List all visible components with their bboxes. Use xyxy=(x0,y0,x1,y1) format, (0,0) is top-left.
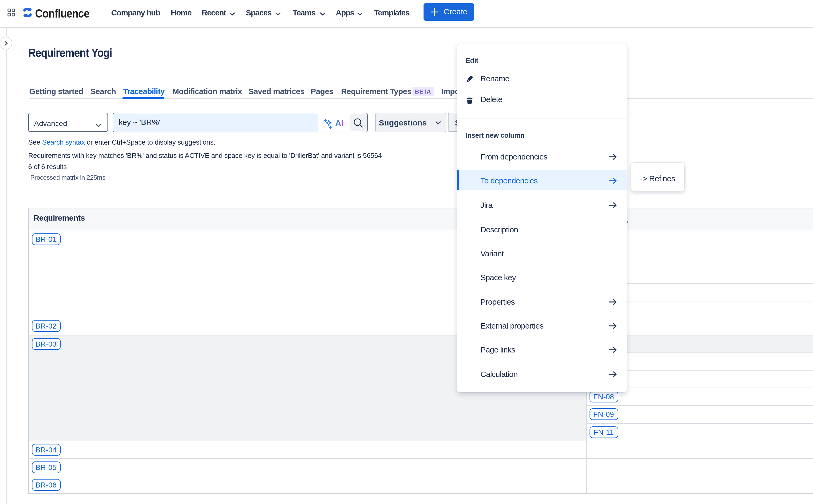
svg-text:AI: AI xyxy=(335,119,344,128)
